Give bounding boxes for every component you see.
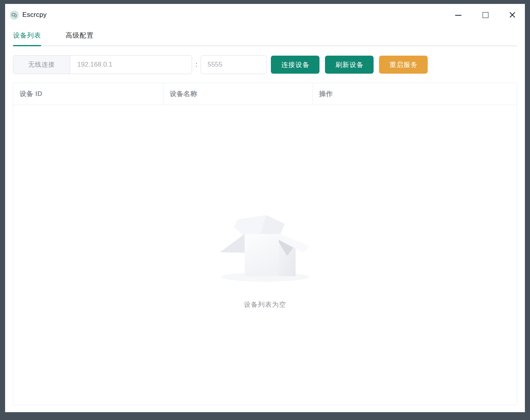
tab-device-list[interactable]: 设备列表 (13, 27, 41, 45)
app-window: Escrcpy 设备列表 高级配置 无线连接 : 连接设备 刷新设备 重启服务 … (5, 4, 525, 412)
port-separator: : (196, 61, 197, 68)
window-controls (455, 12, 515, 18)
logo-phone-shape (15, 14, 16, 17)
maximize-icon[interactable] (482, 12, 488, 18)
column-header-device-name: 设备名称 (163, 83, 313, 105)
connect-device-button[interactable]: 连接设备 (271, 56, 319, 74)
titlebar: Escrcpy (5, 4, 525, 26)
app-logo-icon (10, 11, 19, 20)
column-header-actions: 操作 (313, 83, 517, 105)
column-header-device-id: 设备 ID (13, 83, 163, 105)
empty-box-illustration (220, 215, 310, 282)
port-input[interactable] (201, 55, 267, 74)
device-table: 设备 ID 设备名称 操作 (13, 83, 517, 405)
device-table-body: 设备列表为空 (13, 105, 517, 405)
wireless-connect-label: 无线连接 (13, 56, 70, 74)
minimize-icon[interactable] (455, 12, 461, 18)
refresh-device-button[interactable]: 刷新设备 (325, 56, 374, 74)
device-table-header: 设备 ID 设备名称 操作 (13, 83, 517, 105)
close-icon[interactable] (509, 12, 515, 18)
tab-advanced-config[interactable]: 高级配置 (65, 27, 94, 45)
tab-bar: 设备列表 高级配置 (13, 27, 517, 46)
connection-toolbar: 无线连接 : 连接设备 刷新设备 重启服务 (13, 55, 517, 74)
ip-address-input[interactable] (70, 56, 192, 74)
wireless-input-group: 无线连接 (13, 55, 192, 74)
app-title: Escrcpy (22, 11, 47, 19)
empty-state-text: 设备列表为空 (244, 300, 286, 309)
restart-service-button[interactable]: 重启服务 (379, 56, 428, 74)
